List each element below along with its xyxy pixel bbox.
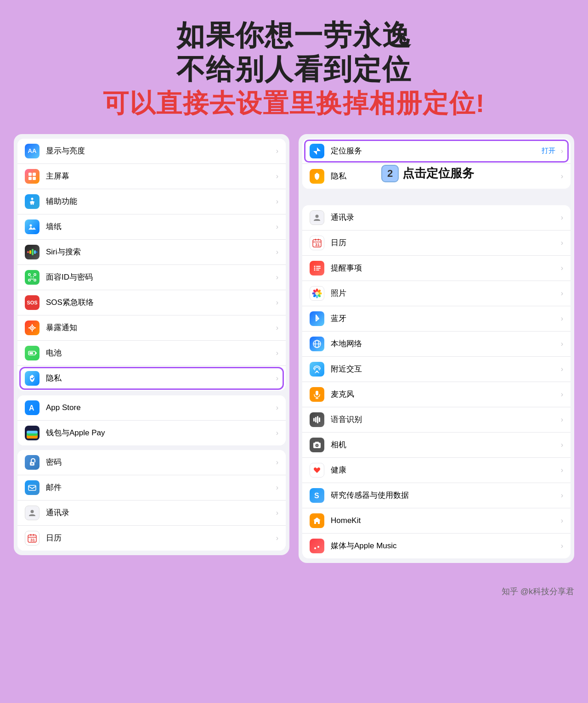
svg-rect-10 — [34, 250, 36, 254]
svg-rect-40 — [318, 239, 319, 241]
airdrop-icon — [310, 362, 324, 377]
settings-row-airdrop[interactable]: 附近交互 › — [302, 357, 571, 382]
settings-row-wallet[interactable]: 钱包与Apple Pay › — [17, 421, 286, 445]
left-settings-panel: AA 显示与亮度 › 主屏幕 › — [14, 134, 289, 555]
battery-chevron: › — [276, 349, 278, 357]
battery-label: 电池 — [46, 348, 273, 358]
bluetooth-icon — [310, 311, 324, 326]
settings-row-contacts2[interactable]: 通讯录 › — [17, 501, 286, 526]
appstore-chevron: › — [276, 404, 278, 412]
music-chevron: › — [561, 542, 563, 550]
wallet-label: 钱包与Apple Pay — [46, 427, 273, 438]
settings-row-contacts-r[interactable]: 通讯录 › — [302, 205, 571, 231]
contacts-r-chevron: › — [561, 214, 563, 222]
health-label: 健康 — [331, 465, 558, 475]
siri-chevron: › — [276, 248, 278, 256]
svg-rect-65 — [313, 418, 315, 422]
speechrec-label: 语音识别 — [331, 414, 558, 425]
settings-row-research[interactable]: S 研究传感器与使用数据 › — [302, 483, 571, 508]
settings-row-mail[interactable]: 邮件 › — [17, 475, 286, 501]
svg-point-28 — [32, 463, 33, 464]
settings-row-microphone[interactable]: 麦克风 › — [302, 382, 571, 407]
settings-row-health[interactable]: 健康 › — [302, 458, 571, 483]
exposure-icon — [25, 321, 40, 335]
location-services-row[interactable]: 定位服务 打开 › — [302, 139, 571, 164]
watermark: 知乎 @k科技分享君 — [0, 581, 588, 606]
svg-rect-15 — [34, 279, 36, 281]
camera-chevron: › — [561, 441, 563, 449]
left-group-1: AA 显示与亮度 › 主屏幕 › — [17, 139, 286, 391]
settings-row-passwords[interactable]: 密码 › — [17, 450, 286, 475]
right-list: 通讯录 › 31 日历 › — [302, 205, 571, 558]
camera-label: 相机 — [331, 439, 558, 450]
microphone-chevron: › — [561, 390, 563, 399]
svg-rect-39 — [315, 239, 316, 241]
calendar-r-chevron: › — [561, 239, 563, 247]
sos-label: SOS紧急联络 — [46, 297, 273, 308]
svg-rect-1 — [33, 173, 36, 176]
wallpaper-icon — [25, 219, 40, 234]
settings-row-wallpaper[interactable]: 墙纸 › — [17, 214, 286, 240]
settings-row-homekit[interactable]: HomeKit › — [302, 508, 571, 534]
svg-point-16 — [30, 276, 31, 277]
svg-rect-14 — [28, 279, 30, 281]
speechrec-chevron: › — [561, 416, 563, 424]
sos-chevron: › — [276, 298, 278, 307]
settings-row-bluetooth[interactable]: 蓝牙 › — [302, 306, 571, 332]
siri-label: Siri与搜索 — [46, 247, 273, 257]
settings-row-speechrec[interactable]: 语音识别 › — [302, 407, 571, 433]
passwords-label: 密码 — [46, 457, 273, 467]
header-line2: 不给别人看到定位 — [28, 52, 560, 86]
reminders-label: 提醒事项 — [331, 263, 558, 273]
annotation-badge-2: 2 — [381, 165, 399, 182]
calendar-r-icon: 31 — [310, 236, 324, 250]
svg-rect-8 — [29, 250, 31, 254]
battery-icon — [25, 346, 40, 360]
wallet-chevron: › — [276, 429, 278, 437]
health-chevron: › — [561, 466, 563, 474]
calendar2-label: 日历 — [46, 533, 273, 543]
photos-chevron: › — [561, 289, 563, 298]
exposure-chevron: › — [276, 324, 278, 332]
settings-row-homescreen[interactable]: 主屏幕 › — [17, 164, 286, 189]
settings-row-privacy[interactable]: 隐私 › 1 点击隐私 — [17, 366, 286, 391]
settings-row-calendar2[interactable]: 31 日历 › — [17, 526, 286, 551]
svg-text:A: A — [29, 404, 34, 412]
calendar-r-label: 日历 — [331, 237, 558, 248]
appstore-label: App Store — [46, 403, 273, 412]
svg-rect-25 — [29, 352, 33, 354]
contacts-r-icon — [310, 210, 324, 225]
settings-row-exposure[interactable]: 暴露通知 › — [17, 315, 286, 341]
settings-row-appstore[interactable]: A App Store › — [17, 395, 286, 421]
settings-row-music[interactable]: 媒体与Apple Music › — [302, 534, 571, 558]
airdrop-chevron: › — [561, 365, 563, 373]
wallpaper-chevron: › — [276, 223, 278, 231]
svg-rect-9 — [32, 249, 34, 255]
display-chevron: › — [276, 147, 278, 155]
privacy-chevron: › — [276, 374, 278, 382]
privacy-orange-icon — [310, 169, 324, 184]
location-label: 定位服务 — [331, 146, 542, 156]
location-open-text: 打开 — [542, 146, 555, 155]
display-icon: AA — [25, 144, 40, 158]
settings-row-calendar-r[interactable]: 31 日历 › — [302, 231, 571, 256]
settings-row-camera[interactable]: 相机 › — [302, 433, 571, 458]
settings-row-faceid[interactable]: 面容ID与密码 › — [17, 265, 286, 290]
location-chevron: › — [561, 147, 563, 155]
settings-row-network[interactable]: 本地网络 › — [302, 332, 571, 357]
settings-row-reminders[interactable]: 提醒事项 › — [302, 256, 571, 281]
homescreen-label: 主屏幕 — [46, 171, 273, 181]
settings-row-siri[interactable]: Siri与搜索 › — [17, 240, 286, 265]
settings-row-photos[interactable]: 照片 › — [302, 281, 571, 306]
settings-row-display[interactable]: AA 显示与亮度 › — [17, 139, 286, 164]
mail-icon — [25, 480, 40, 495]
camera-icon — [310, 438, 324, 452]
settings-row-accessibility[interactable]: 辅助功能 › — [17, 189, 286, 214]
settings-row-battery[interactable]: 电池 › — [17, 341, 286, 366]
svg-point-19 — [31, 327, 33, 329]
settings-row-sos[interactable]: SOS SOS紧急联络 › — [17, 290, 286, 315]
speechrec-icon — [310, 412, 324, 427]
svg-rect-3 — [33, 177, 36, 180]
wallpaper-label: 墙纸 — [46, 221, 273, 232]
exposure-label: 暴露通知 — [46, 322, 273, 333]
